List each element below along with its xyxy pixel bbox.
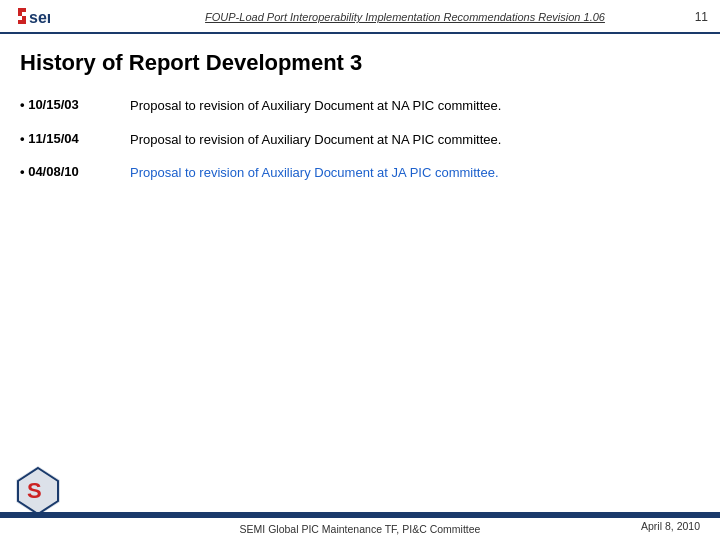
logo-area: semi [12, 6, 122, 28]
header-title: FOUP-Load Port Interoperability Implemen… [122, 11, 688, 23]
bullet-list: • 10/15/03 Proposal to revision of Auxil… [20, 96, 700, 183]
footer: S SEMI Global PIC Maintenance TF, PI&C C… [0, 512, 720, 540]
footer-logo-area: S [14, 464, 62, 522]
bullet-date-2: • 11/15/04 [20, 130, 130, 146]
svg-text:S: S [27, 478, 42, 503]
bullet-text-2: Proposal to revision of Auxiliary Docume… [130, 130, 501, 150]
footer-center-text: SEMI Global PIC Maintenance TF, PI&C Com… [240, 523, 481, 535]
svg-text:semi: semi [29, 9, 50, 26]
list-item: • 10/15/03 Proposal to revision of Auxil… [20, 96, 700, 116]
bullet-date-1: • 10/15/03 [20, 96, 130, 112]
footer-semi-logo-icon: S [14, 464, 62, 518]
semi-logo-svg: semi [12, 6, 50, 28]
list-item: • 04/08/10 Proposal to revision of Auxil… [20, 163, 700, 183]
semi-logo: semi [12, 6, 50, 28]
footer-date: April 8, 2010 [641, 520, 700, 532]
svg-marker-0 [18, 8, 26, 24]
main-content: History of Report Development 3 • 10/15/… [0, 34, 720, 213]
header: semi FOUP-Load Port Interoperability Imp… [0, 0, 720, 34]
bullet-text-3: Proposal to revision of Auxiliary Docume… [130, 163, 499, 183]
bullet-date-3: • 04/08/10 [20, 163, 130, 179]
section-title: History of Report Development 3 [20, 50, 700, 76]
header-page-number: 11 [688, 10, 708, 24]
bullet-text-1: Proposal to revision of Auxiliary Docume… [130, 96, 501, 116]
list-item: • 11/15/04 Proposal to revision of Auxil… [20, 130, 700, 150]
footer-content: SEMI Global PIC Maintenance TF, PI&C Com… [0, 518, 720, 540]
